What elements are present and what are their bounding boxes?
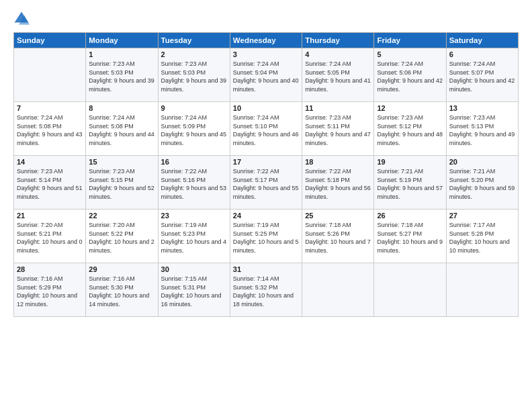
day-number: 28 (17, 265, 83, 273)
calendar-cell: 29Sunrise: 7:16 AMSunset: 5:30 PMDayligh… (86, 263, 158, 317)
day-number: 9 (161, 104, 227, 112)
cell-info: Sunrise: 7:24 AMSunset: 5:10 PMDaylight:… (233, 113, 299, 147)
cell-info: Sunrise: 7:22 AMSunset: 5:18 PMDaylight:… (305, 167, 371, 201)
cell-info: Sunrise: 7:14 AMSunset: 5:32 PMDaylight:… (233, 275, 299, 308)
week-row-1: 1Sunrise: 7:23 AMSunset: 5:03 PMDaylight… (14, 48, 519, 102)
cell-info: Sunrise: 7:16 AMSunset: 5:29 PMDaylight:… (17, 275, 83, 308)
cell-info: Sunrise: 7:21 AMSunset: 5:19 PMDaylight:… (377, 167, 443, 201)
day-number: 16 (161, 158, 227, 166)
calendar-cell: 9Sunrise: 7:24 AMSunset: 5:09 PMDaylight… (158, 102, 230, 156)
week-row-5: 28Sunrise: 7:16 AMSunset: 5:29 PMDayligh… (14, 263, 519, 317)
weekday-header-saturday: Saturday (446, 33, 518, 48)
calendar-cell: 7Sunrise: 7:24 AMSunset: 5:08 PMDaylight… (14, 102, 86, 156)
cell-info: Sunrise: 7:24 AMSunset: 5:05 PMDaylight:… (305, 60, 371, 93)
cell-info: Sunrise: 7:19 AMSunset: 5:23 PMDaylight:… (161, 221, 227, 255)
week-row-2: 7Sunrise: 7:24 AMSunset: 5:08 PMDaylight… (14, 102, 519, 156)
calendar-cell: 30Sunrise: 7:15 AMSunset: 5:31 PMDayligh… (158, 263, 230, 317)
day-number: 2 (161, 50, 227, 58)
day-number: 10 (233, 104, 299, 112)
day-number: 31 (233, 265, 299, 273)
day-number: 11 (305, 104, 371, 112)
cell-info: Sunrise: 7:23 AMSunset: 5:12 PMDaylight:… (377, 113, 443, 147)
day-number: 14 (17, 158, 83, 166)
cell-info: Sunrise: 7:18 AMSunset: 5:26 PMDaylight:… (305, 221, 371, 255)
calendar-cell: 13Sunrise: 7:23 AMSunset: 5:13 PMDayligh… (446, 102, 518, 156)
day-number: 23 (161, 212, 227, 220)
calendar-cell: 2Sunrise: 7:23 AMSunset: 5:03 PMDaylight… (158, 48, 230, 102)
calendar-cell: 28Sunrise: 7:16 AMSunset: 5:29 PMDayligh… (14, 263, 86, 317)
calendar-cell: 6Sunrise: 7:24 AMSunset: 5:07 PMDaylight… (446, 48, 518, 102)
cell-info: Sunrise: 7:24 AMSunset: 5:04 PMDaylight:… (233, 60, 299, 93)
cell-info: Sunrise: 7:24 AMSunset: 5:07 PMDaylight:… (449, 60, 515, 93)
calendar-cell: 10Sunrise: 7:24 AMSunset: 5:10 PMDayligh… (230, 102, 302, 156)
day-number: 6 (449, 50, 515, 58)
cell-info: Sunrise: 7:24 AMSunset: 5:08 PMDaylight:… (89, 113, 154, 147)
cell-info: Sunrise: 7:23 AMSunset: 5:11 PMDaylight:… (305, 113, 371, 147)
cell-info: Sunrise: 7:22 AMSunset: 5:17 PMDaylight:… (233, 167, 299, 201)
calendar-cell: 19Sunrise: 7:21 AMSunset: 5:19 PMDayligh… (374, 156, 446, 210)
calendar-cell: 5Sunrise: 7:24 AMSunset: 5:06 PMDaylight… (374, 48, 446, 102)
day-number: 21 (17, 212, 83, 220)
day-number: 24 (233, 212, 299, 220)
weekday-header-monday: Monday (86, 33, 158, 48)
day-number: 17 (233, 158, 299, 166)
logo (13, 11, 32, 27)
weekday-header-thursday: Thursday (302, 33, 374, 48)
day-number: 29 (89, 265, 154, 273)
day-number: 7 (17, 104, 83, 112)
calendar-cell: 24Sunrise: 7:19 AMSunset: 5:25 PMDayligh… (230, 210, 302, 263)
calendar-cell: 23Sunrise: 7:19 AMSunset: 5:23 PMDayligh… (158, 210, 230, 263)
week-row-3: 14Sunrise: 7:23 AMSunset: 5:14 PMDayligh… (14, 156, 519, 210)
calendar-cell: 17Sunrise: 7:22 AMSunset: 5:17 PMDayligh… (230, 156, 302, 210)
day-number: 18 (305, 158, 371, 166)
cell-info: Sunrise: 7:22 AMSunset: 5:16 PMDaylight:… (161, 167, 227, 201)
calendar-cell: 20Sunrise: 7:21 AMSunset: 5:20 PMDayligh… (446, 156, 518, 210)
cell-info: Sunrise: 7:16 AMSunset: 5:30 PMDaylight:… (89, 275, 154, 308)
day-number: 30 (161, 265, 227, 273)
header (13, 11, 519, 27)
day-number: 1 (89, 50, 154, 58)
calendar-cell: 11Sunrise: 7:23 AMSunset: 5:11 PMDayligh… (302, 102, 374, 156)
cell-info: Sunrise: 7:23 AMSunset: 5:15 PMDaylight:… (89, 167, 154, 201)
cell-info: Sunrise: 7:19 AMSunset: 5:25 PMDaylight:… (233, 221, 299, 255)
cell-info: Sunrise: 7:24 AMSunset: 5:09 PMDaylight:… (161, 113, 227, 147)
calendar-cell: 25Sunrise: 7:18 AMSunset: 5:26 PMDayligh… (302, 210, 374, 263)
calendar-table: SundayMondayTuesdayWednesdayThursdayFrid… (13, 32, 519, 317)
day-number: 13 (449, 104, 515, 112)
calendar-cell (14, 48, 86, 102)
day-number: 4 (305, 50, 371, 58)
cell-info: Sunrise: 7:20 AMSunset: 5:21 PMDaylight:… (17, 221, 83, 255)
week-row-4: 21Sunrise: 7:20 AMSunset: 5:21 PMDayligh… (14, 210, 519, 263)
cell-info: Sunrise: 7:23 AMSunset: 5:03 PMDaylight:… (89, 60, 154, 93)
cell-info: Sunrise: 7:23 AMSunset: 5:14 PMDaylight:… (17, 167, 83, 201)
calendar-cell: 18Sunrise: 7:22 AMSunset: 5:18 PMDayligh… (302, 156, 374, 210)
cell-info: Sunrise: 7:17 AMSunset: 5:28 PMDaylight:… (449, 221, 515, 255)
calendar-cell: 1Sunrise: 7:23 AMSunset: 5:03 PMDaylight… (86, 48, 158, 102)
day-number: 25 (305, 212, 371, 220)
calendar-cell: 4Sunrise: 7:24 AMSunset: 5:05 PMDaylight… (302, 48, 374, 102)
calendar-cell: 21Sunrise: 7:20 AMSunset: 5:21 PMDayligh… (14, 210, 86, 263)
calendar-cell (302, 263, 374, 317)
cell-info: Sunrise: 7:21 AMSunset: 5:20 PMDaylight:… (449, 167, 515, 201)
calendar-cell: 8Sunrise: 7:24 AMSunset: 5:08 PMDaylight… (86, 102, 158, 156)
weekday-header-sunday: Sunday (14, 33, 86, 48)
calendar-cell: 31Sunrise: 7:14 AMSunset: 5:32 PMDayligh… (230, 263, 302, 317)
weekday-header-row: SundayMondayTuesdayWednesdayThursdayFrid… (14, 33, 519, 48)
day-number: 22 (89, 212, 154, 220)
cell-info: Sunrise: 7:24 AMSunset: 5:06 PMDaylight:… (377, 60, 443, 93)
calendar-page: SundayMondayTuesdayWednesdayThursdayFrid… (0, 0, 532, 411)
calendar-cell: 22Sunrise: 7:20 AMSunset: 5:22 PMDayligh… (86, 210, 158, 263)
day-number: 26 (377, 212, 443, 220)
day-number: 5 (377, 50, 443, 58)
cell-info: Sunrise: 7:20 AMSunset: 5:22 PMDaylight:… (89, 221, 154, 255)
calendar-cell: 14Sunrise: 7:23 AMSunset: 5:14 PMDayligh… (14, 156, 86, 210)
weekday-header-wednesday: Wednesday (230, 33, 302, 48)
calendar-cell: 26Sunrise: 7:18 AMSunset: 5:27 PMDayligh… (374, 210, 446, 263)
cell-info: Sunrise: 7:24 AMSunset: 5:08 PMDaylight:… (17, 113, 83, 147)
calendar-cell: 27Sunrise: 7:17 AMSunset: 5:28 PMDayligh… (446, 210, 518, 263)
calendar-cell: 15Sunrise: 7:23 AMSunset: 5:15 PMDayligh… (86, 156, 158, 210)
calendar-cell: 3Sunrise: 7:24 AMSunset: 5:04 PMDaylight… (230, 48, 302, 102)
cell-info: Sunrise: 7:23 AMSunset: 5:03 PMDaylight:… (161, 60, 227, 93)
calendar-cell (446, 263, 518, 317)
logo-icon (13, 11, 30, 27)
